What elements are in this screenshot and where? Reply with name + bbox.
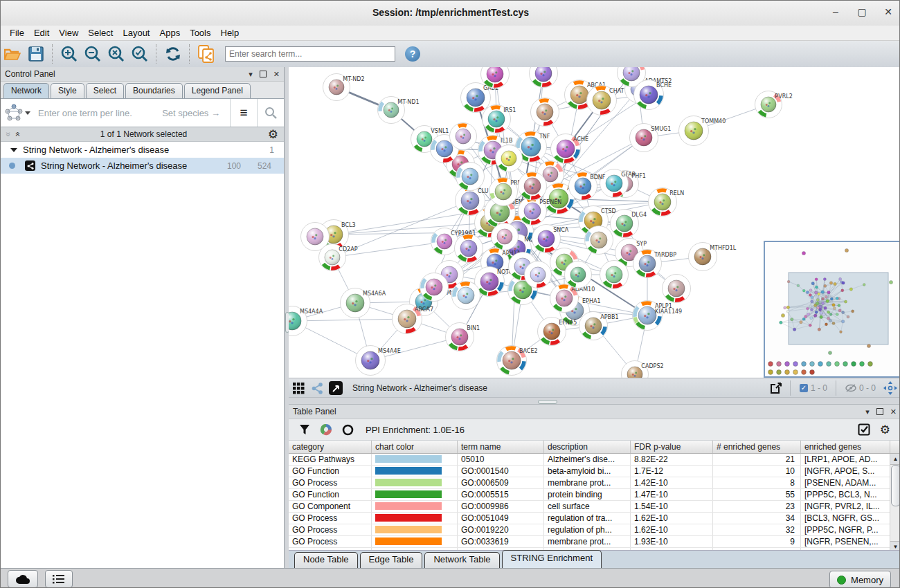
table-row[interactable]: GO ProcessGO:0006509membrane prot...1.42… [289,477,900,489]
tab-node-table[interactable]: Node Table [294,552,358,568]
network-node[interactable] [836,313,838,315]
table-row[interactable]: GO ProcessGO:0051049regulation of tra...… [289,513,900,524]
enrichment-chart-icon[interactable] [320,423,332,436]
network-node[interactable]: BACE2 [497,346,538,376]
network-node[interactable] [492,223,519,250]
network-node[interactable] [811,300,814,304]
network-node[interactable] [809,289,812,292]
network-node[interactable] [816,298,819,301]
menu-help[interactable]: Help [216,26,244,39]
network-node[interactable] [833,307,836,310]
minimize-button[interactable]: – [830,6,841,17]
network-node[interactable] [863,284,865,286]
network-node[interactable] [827,311,830,313]
zoom-out-icon[interactable] [82,43,104,65]
string-query-input[interactable]: Enter one term per line. [34,99,162,127]
network-node[interactable] [830,297,833,300]
network-node[interactable] [827,291,831,294]
panel-float-icon[interactable] [260,71,267,77]
collection-expander-icon[interactable] [10,148,17,152]
network-node[interactable]: MT-ND1 [378,97,420,124]
maximize-button[interactable]: ▢ [856,6,867,17]
network-node[interactable] [802,318,805,320]
export-network-icon[interactable] [767,377,785,399]
network-node[interactable] [829,282,833,285]
column-header[interactable]: # enriched genes [713,441,801,453]
network-node[interactable] [838,309,841,312]
network-node[interactable] [839,277,842,280]
menu-layout[interactable]: Layout [118,26,154,39]
network-node[interactable] [519,172,547,201]
search-input[interactable] [225,46,395,62]
birdseye-navigator[interactable] [764,241,900,378]
menu-file[interactable]: File [5,26,29,39]
tab-edge-table[interactable]: Edge Table [360,552,423,568]
network-node[interactable] [530,67,558,88]
save-session-icon[interactable] [25,43,47,65]
network-node[interactable] [791,318,794,321]
network-node[interactable] [450,123,477,150]
zoom-selected-icon[interactable] [129,43,151,65]
column-select-icon[interactable] [858,423,870,436]
zoom-in-icon[interactable] [58,43,80,65]
network-node[interactable] [841,289,844,292]
table-row[interactable]: GO ProcessGO:0033619membrane prot...1.93… [289,536,900,548]
network-node[interactable] [822,297,825,300]
tab-boundaries[interactable]: Boundaries [125,83,183,98]
network-node[interactable] [786,310,789,313]
network-node[interactable] [811,282,815,285]
network-node[interactable] [852,310,854,313]
network-node[interactable] [810,317,813,320]
network-node[interactable] [786,306,790,309]
network-node[interactable] [531,98,559,127]
network-node[interactable]: MTHFD1L [689,243,737,271]
menu-apps[interactable]: Apps [155,26,186,39]
network-node[interactable] [800,320,803,324]
network-node[interactable] [455,235,483,263]
tab-network[interactable]: Network [3,83,49,98]
menu-edit[interactable]: Edit [29,26,54,39]
menu-view[interactable]: View [54,26,83,39]
scroll-up-icon[interactable]: ▲ [890,454,900,465]
network-node[interactable] [823,277,826,280]
automation-cloud-button[interactable] [8,570,38,588]
table-row[interactable]: GO FunctionGO:0001540beta-amyloid bi...1… [289,466,900,477]
network-node[interactable] [815,278,818,281]
network-node[interactable] [838,304,840,306]
string-options-icon[interactable]: ≡ [230,99,257,127]
network-node[interactable]: MS4A6A [341,288,386,318]
clone-network-icon[interactable] [195,43,217,65]
ring-chart-icon[interactable] [342,424,354,436]
network-node[interactable]: TOMM40 [679,116,726,146]
network-node[interactable] [841,320,845,324]
network-node[interactable]: EFNA5 [538,318,577,346]
panel-close-icon[interactable]: ✕ [890,407,897,416]
network-node[interactable] [804,315,807,318]
network-share-icon[interactable] [309,377,325,399]
column-header[interactable]: description [544,441,631,453]
network-node[interactable] [825,295,827,298]
network-node[interactable] [844,300,847,303]
network-node[interactable]: RELN [649,188,685,217]
column-header[interactable]: enriched genes [801,441,890,453]
task-history-button[interactable] [45,570,73,588]
network-node[interactable]: SMUG1 [630,124,672,152]
close-button[interactable]: ✕ [883,6,894,17]
tab-string-enrichment[interactable]: STRING Enrichment [502,550,602,568]
expand-all-icon[interactable]: » [12,132,22,137]
table-row[interactable]: GO ProcessGO:0019220regulation of ph...1… [289,524,900,536]
network-node[interactable]: BIN1 [446,323,480,351]
network-node[interactable] [842,282,845,285]
network-node[interactable] [820,315,823,319]
table-vertical-scrollbar[interactable]: ▲ ▼ [890,454,900,552]
network-node[interactable] [820,311,822,314]
table-settings-gear-icon[interactable]: ⚙ [880,423,890,437]
table-row[interactable]: GO ComponentGO:0009986cell surface1.54E-… [289,501,900,513]
network-node[interactable] [822,302,825,304]
string-search-icon[interactable] [257,99,284,127]
network-node[interactable]: APLP1KIAA1149 [633,301,683,331]
network-node[interactable]: TARDBP [633,250,677,278]
network-node[interactable] [814,291,818,295]
network-node[interactable]: BCHE [634,80,672,110]
network-node[interactable] [827,317,830,320]
